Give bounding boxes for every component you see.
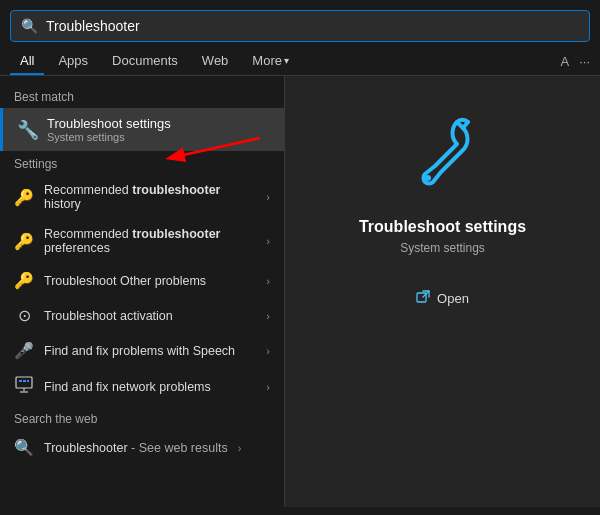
search-web-icon: 🔍 [14, 438, 34, 457]
list-item[interactable]: ⊙ Troubleshoot activation › [0, 298, 284, 333]
circle-check-icon: ⊙ [14, 306, 34, 325]
search-bar[interactable]: 🔍 [10, 10, 590, 42]
settings-item-text: Troubleshoot Other problems [44, 274, 256, 288]
tab-apps[interactable]: Apps [48, 48, 98, 75]
search-web-label: Search the web [0, 406, 284, 430]
right-panel-title: Troubleshoot settings [359, 218, 526, 236]
search-web-text: Troubleshooter - See web results [44, 441, 228, 455]
tab-more[interactable]: More ▾ [242, 48, 299, 75]
best-match-title: Troubleshoot settings [47, 116, 171, 131]
right-icon [403, 116, 483, 200]
settings-item-text: Recommended troubleshooter preferences [44, 227, 256, 255]
network-icon [14, 376, 34, 398]
list-item[interactable]: Find and fix network problems › [0, 368, 284, 406]
chevron-right-icon: › [266, 381, 270, 393]
svg-point-6 [425, 175, 431, 181]
mic-icon: 🎤 [14, 341, 34, 360]
svg-rect-0 [16, 377, 32, 388]
list-item[interactable]: 🔑 Recommended troubleshooter history › [0, 175, 284, 219]
svg-rect-7 [417, 293, 426, 302]
open-label: Open [437, 291, 469, 306]
left-panel: Best match 🔧 Troubleshoot settings Syste… [0, 76, 285, 507]
svg-rect-2 [23, 380, 26, 382]
list-item[interactable]: 🔑 Recommended troubleshooter preferences… [0, 219, 284, 263]
nav-tabs: All Apps Documents Web More ▾ A ··· [0, 42, 600, 76]
main-content: Best match 🔧 Troubleshoot settings Syste… [0, 76, 600, 507]
chevron-right-icon: › [238, 442, 242, 454]
more-options-icon[interactable]: ··· [579, 54, 590, 69]
chevron-right-icon: › [266, 191, 270, 203]
list-item[interactable]: 🔑 Troubleshoot Other problems › [0, 263, 284, 298]
chevron-right-icon: › [266, 345, 270, 357]
chevron-right-icon: › [266, 275, 270, 287]
web-search-item[interactable]: 🔍 Troubleshooter - See web results › [0, 430, 284, 465]
search-input[interactable] [46, 18, 579, 34]
chevron-right-icon: › [266, 310, 270, 322]
wrench-icon: 🔧 [17, 119, 37, 141]
key-icon: 🔑 [14, 271, 34, 290]
settings-item-text: Recommended troubleshooter history [44, 183, 256, 211]
best-match-subtitle: System settings [47, 131, 171, 143]
list-item[interactable]: 🎤 Find and fix problems with Speech › [0, 333, 284, 368]
open-button[interactable]: Open [406, 285, 479, 312]
search-icon: 🔍 [21, 18, 38, 34]
svg-rect-1 [19, 380, 22, 382]
right-panel: Troubleshoot settings System settings Op… [285, 76, 600, 507]
chevron-right-icon: › [266, 235, 270, 247]
tab-web[interactable]: Web [192, 48, 239, 75]
settings-item-text: Find and fix network problems [44, 380, 256, 394]
nav-right: A ··· [560, 54, 590, 69]
chevron-down-icon: ▾ [284, 55, 289, 66]
font-size-toggle[interactable]: A [560, 54, 569, 69]
settings-item-text: Find and fix problems with Speech [44, 344, 256, 358]
settings-item-text: Troubleshoot activation [44, 309, 256, 323]
best-match-label: Best match [0, 84, 284, 108]
tab-documents[interactable]: Documents [102, 48, 188, 75]
best-match-item[interactable]: 🔧 Troubleshoot settings System settings [0, 108, 284, 151]
best-match-text: Troubleshoot settings System settings [47, 116, 171, 143]
right-panel-subtitle: System settings [400, 241, 485, 255]
settings-section-label: Settings [0, 151, 284, 175]
svg-rect-3 [27, 380, 29, 382]
key-icon: 🔑 [14, 188, 34, 207]
key-icon: 🔑 [14, 232, 34, 251]
open-icon [416, 290, 430, 307]
tab-all[interactable]: All [10, 48, 44, 75]
